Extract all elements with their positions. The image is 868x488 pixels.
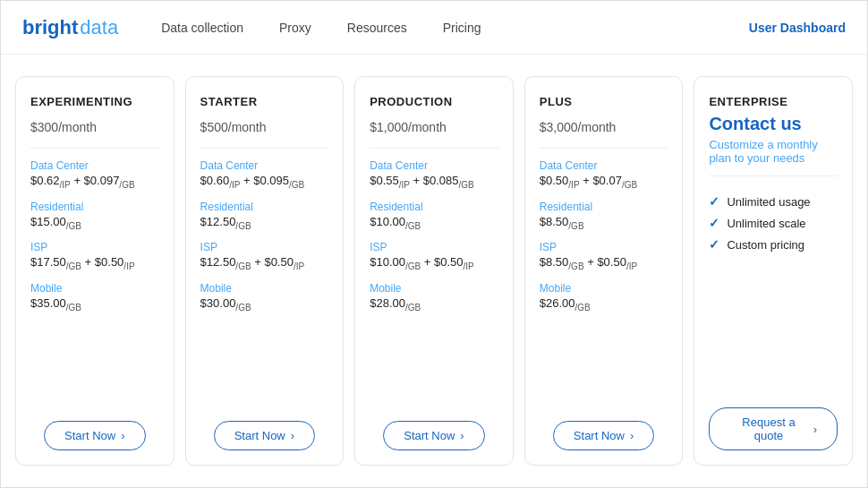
start-now-button-starter[interactable]: Start Now ›	[214, 421, 315, 450]
residential-section: Residential $15.00/GB	[30, 201, 159, 231]
card-footer-production: Start Now ›	[370, 410, 498, 450]
enterprise-feature-1: ✓ Unlimited scale	[709, 216, 838, 230]
card-footer-experimenting: Start Now ›	[30, 410, 159, 450]
data-center-value: $0.62/IP + $0.097/GB	[30, 174, 159, 190]
card-footer-enterprise: Request a quote ›	[709, 397, 838, 450]
enterprise-feature-label-2: Custom pricing	[727, 238, 804, 252]
plan-production-price: $1,000/month	[370, 114, 498, 149]
enterprise-subtitle: Customize a monthly plan to your needs	[709, 138, 838, 176]
enterprise-feature-label-0: Unlimited usage	[727, 195, 810, 209]
residential-value: $15.00/GB	[30, 215, 159, 231]
check-icon-1: ✓	[709, 216, 719, 230]
mobile-value: $35.00/GB	[30, 296, 159, 312]
enterprise-feature-label-1: Unlimited scale	[727, 217, 805, 230]
request-quote-button[interactable]: Request a quote ›	[709, 407, 838, 450]
enterprise-feature-2: ✓ Custom pricing	[709, 237, 838, 252]
residential-section: Residential $10.00/GB	[370, 201, 498, 231]
nav-pricing[interactable]: Pricing	[443, 21, 481, 35]
data-center-section: Data Center $0.55/IP + $0.085/GB	[370, 159, 498, 190]
mobile-section: Mobile $28.00/GB	[370, 282, 498, 312]
check-icon-0: ✓	[709, 194, 719, 209]
mobile-section: Mobile $30.00/GB	[200, 282, 329, 312]
enterprise-features: ✓ Unlimited usage ✓ Unlimited scale ✓ Cu…	[709, 194, 838, 252]
isp-section: ISP $8.50/GB + $0.50/IP	[540, 241, 668, 271]
plan-starter: STARTER $500/month Data Center $0.60/IP …	[185, 76, 345, 466]
isp-section: ISP $10.00/GB + $0.50/IP	[370, 241, 498, 271]
nav-proxy[interactable]: Proxy	[279, 21, 311, 35]
isp-section: ISP $12.50/GB + $0.50/IP	[200, 241, 329, 271]
plan-starter-title: STARTER	[200, 95, 329, 108]
data-center-section: Data Center $0.62/IP + $0.097/GB	[30, 159, 159, 190]
page-wrapper: bright data Data collection Proxy Resour…	[0, 0, 868, 488]
check-icon-2: ✓	[709, 237, 719, 252]
enterprise-feature-0: ✓ Unlimited usage	[709, 194, 838, 209]
plan-experimenting: EXPERIMENTING $300/month Data Center $0.…	[15, 76, 174, 466]
start-now-button-experimenting[interactable]: Start Now ›	[44, 421, 145, 450]
card-footer-starter: Start Now ›	[200, 410, 329, 450]
plan-production: PRODUCTION $1,000/month Data Center $0.5…	[354, 76, 514, 466]
isp-value: $17.50/GB + $0.50/IP	[30, 255, 159, 271]
pricing-section: EXPERIMENTING $300/month Data Center $0.…	[1, 55, 867, 487]
enterprise-price: Contact us	[709, 114, 838, 134]
plan-plus: PLUS $3,000/month Data Center $0.50/IP +…	[524, 76, 684, 466]
card-footer-plus: Start Now ›	[540, 410, 668, 450]
data-center-section: Data Center $0.50/IP + $0.07/GB	[540, 159, 668, 190]
price-amount: $300	[30, 120, 58, 134]
price-period: /month	[58, 120, 97, 134]
residential-section: Residential $8.50/GB	[540, 201, 668, 231]
isp-label: ISP	[30, 241, 159, 253]
start-now-button-plus[interactable]: Start Now ›	[553, 421, 654, 450]
logo-data: data	[80, 16, 118, 39]
mobile-label: Mobile	[30, 282, 159, 295]
data-center-section: Data Center $0.60/IP + $0.095/GB	[200, 159, 329, 190]
plan-enterprise: ENTERPRISE Contact us Customize a monthl…	[694, 76, 853, 466]
logo: bright data	[22, 16, 118, 39]
residential-section: Residential $12.50/GB	[200, 201, 329, 231]
start-now-button-production[interactable]: Start Now ›	[383, 421, 484, 450]
plan-enterprise-title: ENTERPRISE	[709, 95, 838, 108]
residential-label: Residential	[30, 201, 159, 213]
logo-bright: bright	[22, 16, 78, 39]
plan-plus-title: PLUS	[540, 95, 668, 108]
mobile-section: Mobile $26.00/GB	[540, 282, 668, 312]
nav-resources[interactable]: Resources	[347, 21, 407, 35]
header: bright data Data collection Proxy Resour…	[1, 1, 867, 55]
isp-section: ISP $17.50/GB + $0.50/IP	[30, 241, 159, 271]
main-nav: Data collection Proxy Resources Pricing	[161, 21, 749, 35]
plan-production-title: PRODUCTION	[370, 95, 498, 108]
plan-starter-price: $500/month	[200, 114, 329, 149]
plan-plus-price: $3,000/month	[540, 114, 668, 149]
mobile-section: Mobile $35.00/GB	[30, 282, 159, 312]
plan-experimenting-price: $300/month	[30, 114, 159, 149]
user-dashboard-link[interactable]: User Dashboard	[749, 21, 846, 35]
nav-data-collection[interactable]: Data collection	[161, 21, 243, 35]
plan-experimenting-title: EXPERIMENTING	[30, 95, 159, 108]
data-center-label: Data Center	[30, 159, 159, 172]
